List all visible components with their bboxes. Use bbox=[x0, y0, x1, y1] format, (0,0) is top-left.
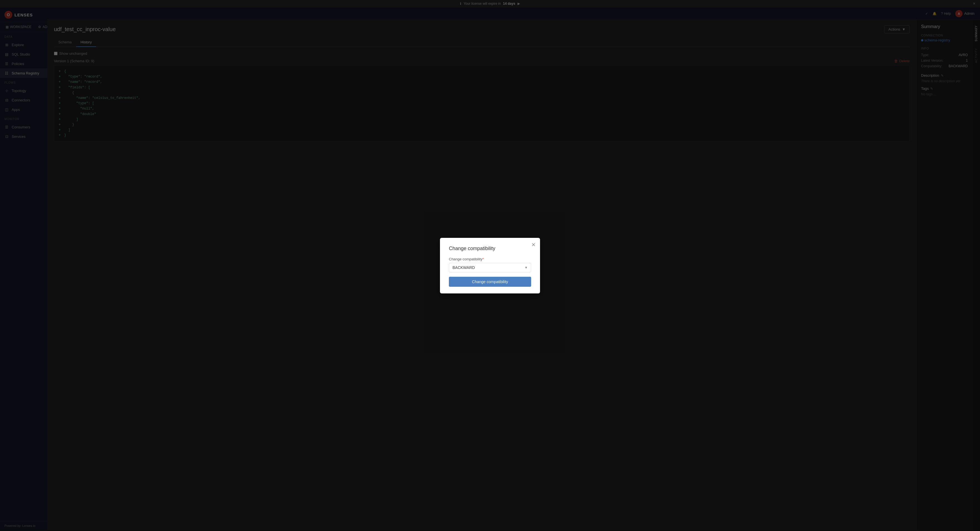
submit-button[interactable]: Change compatibility bbox=[449, 277, 531, 287]
select-wrapper: BACKWARD FORWARD FULL NONE BACKWARD_TRAN… bbox=[449, 263, 531, 272]
form-label: Change compatibility* bbox=[449, 257, 531, 261]
required-indicator: * bbox=[482, 257, 484, 261]
change-compatibility-modal: Change compatibility ✕ Change compatibil… bbox=[440, 238, 540, 293]
modal-title: Change compatibility bbox=[449, 246, 531, 251]
modal-close-button[interactable]: ✕ bbox=[531, 242, 536, 248]
compatibility-select[interactable]: BACKWARD FORWARD FULL NONE BACKWARD_TRAN… bbox=[449, 263, 531, 272]
modal-overlay[interactable]: Change compatibility ✕ Change compatibil… bbox=[0, 0, 980, 531]
